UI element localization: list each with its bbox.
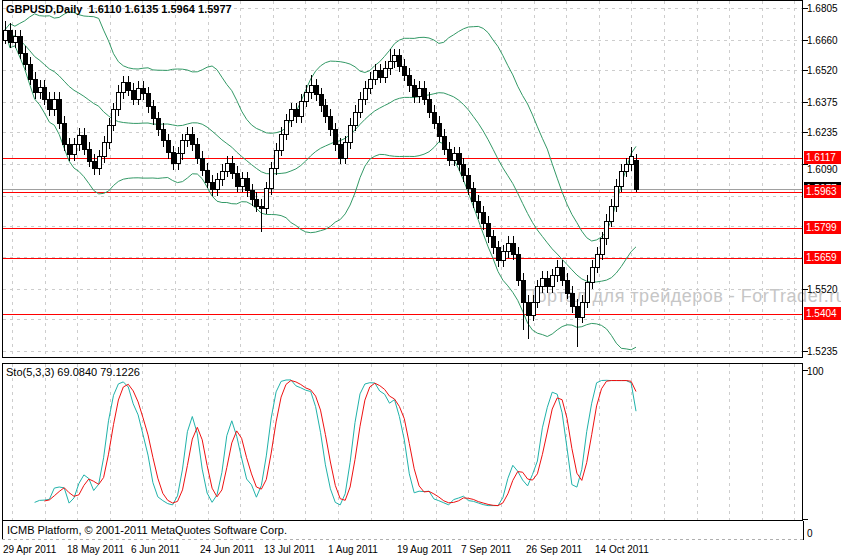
- panel-borders: [2, 1, 808, 540]
- chart-window: Портал для трейдеров - ForTrader.ru GBPU…: [0, 0, 841, 558]
- chart-canvas[interactable]: Портал для трейдеров - ForTrader.ru: [0, 0, 841, 558]
- grid-layer: [3, 1, 802, 520]
- stochastic-lines: [35, 380, 636, 506]
